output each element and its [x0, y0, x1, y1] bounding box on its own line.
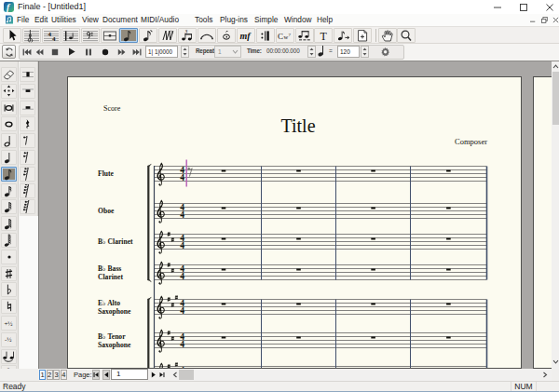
half-step-up-button[interactable]: +½ — [1, 316, 17, 331]
view-button-3[interactable]: 3 — [53, 370, 60, 380]
staff-tool-button[interactable] — [61, 28, 80, 43]
sixtyfourth-note-button[interactable] — [1, 216, 17, 231]
close-button[interactable] — [538, 0, 559, 14]
key-signature-tool-button[interactable] — [22, 28, 41, 43]
repeat-tool-button[interactable] — [256, 28, 275, 43]
first-page-button[interactable] — [92, 370, 100, 380]
text-tool-button[interactable]: T — [314, 28, 333, 43]
half-step-down-button[interactable]: -½ — [1, 332, 17, 347]
page-number-field[interactable]: 1 — [111, 369, 148, 380]
note-mover-tool-button[interactable] — [334, 28, 352, 43]
tuplet-tool-button[interactable]: 3 — [178, 28, 197, 43]
tempo-field[interactable]: 120 — [337, 46, 360, 58]
view-button-1[interactable]: 1 — [39, 370, 46, 380]
eighth-note-button[interactable] — [1, 167, 17, 182]
half-rest-button[interactable] — [20, 101, 35, 115]
flat-button[interactable] — [1, 282, 17, 297]
menu-edit[interactable]: Edit — [34, 14, 48, 26]
double-whole-note-button[interactable] — [1, 101, 17, 115]
chord-tool-button[interactable]: Cw7 — [276, 28, 294, 43]
playback-settings-button[interactable] — [2, 45, 16, 59]
augmentation-dot-icon — [6, 253, 13, 261]
maximize-button[interactable] — [511, 0, 536, 14]
stop-button[interactable] — [48, 45, 62, 59]
pause-icon — [85, 48, 92, 56]
next-page-button[interactable] — [150, 370, 157, 380]
eighth-rest-button[interactable] — [20, 133, 35, 148]
sharp-button[interactable] — [1, 266, 17, 281]
mdi-minimize-button[interactable] — [528, 15, 539, 24]
menu-window[interactable]: Window — [284, 14, 312, 26]
previous-page-button[interactable] — [102, 370, 110, 380]
playback-options-button[interactable] — [377, 45, 392, 59]
fast-forward-button[interactable] — [115, 45, 130, 59]
pause-button[interactable] — [81, 45, 96, 59]
hyperscribe-tool-button[interactable] — [158, 28, 177, 43]
horizontal-scrollbar[interactable] — [170, 369, 552, 381]
mdi-restore-button[interactable] — [539, 15, 550, 24]
quarter-note-button[interactable] — [1, 150, 17, 165]
time-signature-tool-button[interactable]: 44 — [42, 28, 61, 43]
augmentation-dot-button[interactable] — [1, 250, 17, 264]
page-layout-tool-button[interactable] — [353, 28, 372, 43]
menu-simple[interactable]: Simple — [254, 14, 278, 26]
zoom-tool-button[interactable] — [397, 28, 416, 43]
sixteenth-rest-button[interactable] — [20, 150, 35, 165]
record-button[interactable] — [98, 45, 113, 59]
reposition-tool-button[interactable] — [1, 84, 17, 99]
menu-help[interactable]: Help — [317, 14, 333, 26]
sixteenth-note-button[interactable] — [1, 183, 17, 198]
expression-tool-button[interactable]: mf — [237, 28, 255, 43]
view-button-2[interactable]: 2 — [47, 370, 53, 380]
smart-shape-tool-button[interactable] — [198, 28, 216, 43]
menu-utilities[interactable]: Utilities — [51, 14, 76, 26]
svg-text:3: 3 — [184, 29, 187, 34]
last-page-button[interactable] — [158, 370, 166, 380]
lyrics-tool-button[interactable] — [295, 28, 314, 43]
menu-document[interactable]: Document — [102, 14, 138, 26]
menu-midi-audio[interactable]: MIDI/Audio — [141, 14, 179, 26]
time-spinner[interactable] — [307, 46, 316, 58]
thirtysecond-note-button[interactable] — [1, 199, 17, 214]
measure-tool-icon — [102, 29, 117, 43]
quarter-rest-button[interactable] — [20, 116, 35, 131]
eraser-tool-button[interactable] — [1, 67, 17, 82]
hundredtwentyeighth-rest-button[interactable] — [20, 199, 35, 214]
score-page-2[interactable] — [533, 76, 552, 369]
vertical-scrollbar-thumb[interactable] — [552, 72, 559, 125]
tie-button[interactable] — [1, 349, 17, 364]
play-button[interactable] — [64, 45, 79, 59]
whole-note-button[interactable] — [1, 116, 17, 131]
view-button-4[interactable]: 4 — [61, 370, 67, 380]
horizontal-scrollbar-thumb[interactable] — [179, 370, 194, 380]
menu-plug-ins[interactable]: Plug-ins — [220, 14, 248, 26]
selection-tool-button[interactable] — [3, 28, 21, 43]
half-note-button[interactable] — [1, 133, 17, 148]
hundredtwentyeighth-note-icon — [4, 234, 15, 247]
simple-entry-tool-button[interactable] — [119, 28, 138, 43]
repeat-dropdown[interactable] — [230, 46, 240, 58]
hand-grabber-tool-button[interactable] — [378, 28, 397, 43]
measure-position-field[interactable]: 1| 1|0000 — [145, 46, 178, 58]
menu-file[interactable]: File — [17, 14, 29, 26]
menu-tools[interactable]: Tools — [195, 14, 212, 26]
tempo-spinner[interactable] — [361, 46, 369, 58]
sixtyfourth-rest-button[interactable] — [20, 183, 35, 198]
mdi-close-button[interactable] — [551, 15, 559, 24]
score-page-1[interactable]: ScoreTitleComposerFlute44Oboe44B♭ Clarin… — [67, 76, 522, 369]
document-view[interactable]: ScoreTitleComposerFlute44Oboe44B♭ Clarin… — [38, 61, 552, 369]
minimize-button[interactable] — [485, 0, 510, 14]
counter-spinner[interactable] — [181, 46, 189, 58]
double-whole-rest-button[interactable] — [20, 67, 35, 82]
articulation-tool-button[interactable] — [217, 28, 236, 43]
thirtysecond-rest-button[interactable] — [20, 167, 35, 182]
forward-to-end-button[interactable] — [130, 45, 144, 59]
measure-tool-button[interactable] — [101, 28, 119, 43]
clef-tool-button[interactable] — [81, 28, 100, 43]
menu-view[interactable]: View — [82, 14, 99, 26]
natural-button[interactable] — [1, 299, 17, 314]
whole-rest-button[interactable] — [20, 84, 35, 99]
hundredtwentyeighth-note-button[interactable] — [1, 233, 17, 248]
speedy-entry-tool-button[interactable] — [139, 28, 157, 43]
rewind-button[interactable] — [33, 45, 48, 59]
